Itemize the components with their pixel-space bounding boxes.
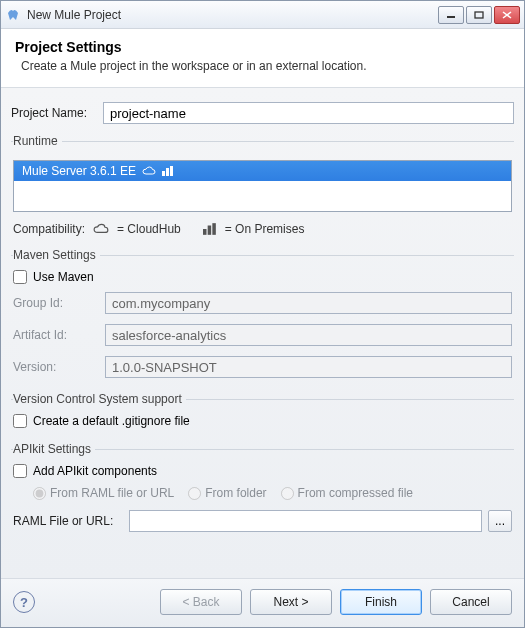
- compat-label: Compatibility:: [13, 222, 85, 236]
- close-button[interactable]: [494, 6, 520, 24]
- help-icon: ?: [20, 595, 28, 610]
- version-input: [105, 356, 512, 378]
- cloudhub-label: = CloudHub: [117, 222, 181, 236]
- page-title: Project Settings: [15, 39, 510, 55]
- runtime-legend: Runtime: [13, 134, 62, 148]
- minimize-button[interactable]: [438, 6, 464, 24]
- use-maven-label: Use Maven: [33, 270, 94, 284]
- app-icon: [5, 7, 21, 23]
- radio-raml-input: [33, 487, 46, 500]
- svg-rect-7: [212, 223, 216, 235]
- help-button[interactable]: ?: [13, 591, 35, 613]
- vcs-legend: Version Control System support: [13, 392, 186, 406]
- svg-rect-1: [475, 12, 483, 18]
- onprem-label: = On Premises: [225, 222, 305, 236]
- use-maven-checkbox[interactable]: [13, 270, 27, 284]
- wizard-header: Project Settings Create a Mule project i…: [1, 29, 524, 88]
- runtime-item-label: Mule Server 3.6.1 EE: [22, 164, 136, 178]
- radio-folder: From folder: [188, 486, 266, 500]
- cancel-button[interactable]: Cancel: [430, 589, 512, 615]
- gitignore-checkbox[interactable]: [13, 414, 27, 428]
- onprem-icon: [162, 166, 174, 176]
- project-name-input[interactable]: [103, 102, 514, 124]
- add-apikit-checkbox[interactable]: [13, 464, 27, 478]
- raml-input[interactable]: [129, 510, 482, 532]
- finish-button[interactable]: Finish: [340, 589, 422, 615]
- browse-button[interactable]: ...: [488, 510, 512, 532]
- window-title: New Mule Project: [27, 8, 121, 22]
- page-subtitle: Create a Mule project in the workspace o…: [15, 59, 510, 73]
- svg-rect-0: [447, 16, 455, 18]
- apikit-group: APIkit Settings Add APIkit components Fr…: [11, 442, 514, 532]
- runtime-list[interactable]: Mule Server 3.6.1 EE: [13, 160, 512, 212]
- cloud-icon: [142, 166, 156, 176]
- radio-zip: From compressed file: [281, 486, 413, 500]
- runtime-item-selected[interactable]: Mule Server 3.6.1 EE: [14, 161, 511, 181]
- raml-label: RAML File or URL:: [13, 514, 123, 528]
- version-label: Version:: [13, 360, 105, 374]
- next-button[interactable]: Next >: [250, 589, 332, 615]
- radio-zip-input: [281, 487, 294, 500]
- artifact-id-input: [105, 324, 512, 346]
- group-id-input: [105, 292, 512, 314]
- add-apikit-label: Add APIkit components: [33, 464, 157, 478]
- group-id-label: Group Id:: [13, 296, 105, 310]
- svg-rect-4: [170, 166, 173, 176]
- cloud-icon: [93, 223, 109, 235]
- radio-folder-input: [188, 487, 201, 500]
- onprem-icon: [203, 223, 217, 235]
- titlebar: New Mule Project: [1, 1, 524, 29]
- svg-rect-2: [162, 171, 165, 176]
- svg-rect-6: [207, 226, 211, 235]
- maven-legend: Maven Settings: [13, 248, 100, 262]
- vcs-group: Version Control System support Create a …: [11, 392, 514, 430]
- svg-rect-5: [203, 229, 207, 235]
- artifact-id-label: Artifact Id:: [13, 328, 105, 342]
- gitignore-label: Create a default .gitignore file: [33, 414, 190, 428]
- project-name-label: Project Name:: [11, 106, 103, 120]
- radio-raml: From RAML file or URL: [33, 486, 174, 500]
- maven-group: Maven Settings Use Maven Group Id: Artif…: [11, 248, 514, 380]
- svg-rect-3: [166, 168, 169, 176]
- apikit-legend: APIkit Settings: [13, 442, 95, 456]
- runtime-group: Runtime Mule Server 3.6.1 EE Compatibili…: [11, 134, 514, 236]
- maximize-button[interactable]: [466, 6, 492, 24]
- back-button: < Back: [160, 589, 242, 615]
